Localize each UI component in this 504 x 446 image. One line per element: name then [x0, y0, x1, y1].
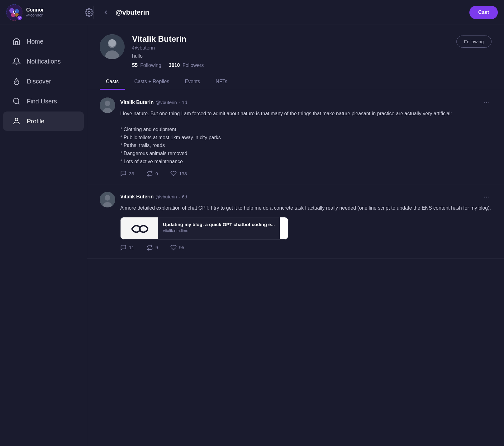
- svg-point-9: [15, 118, 18, 121]
- post-item: Vitalik Buterin @vbuterin · 1d ··· I lov…: [87, 90, 504, 184]
- post-body: Vitalik Buterin @vbuterin · 6d ··· A mor…: [120, 192, 492, 251]
- header-main: @vbuterin Cast: [93, 6, 498, 19]
- sidebar-item-home[interactable]: Home: [3, 32, 84, 51]
- user-icon: [12, 117, 21, 125]
- followers-label: Followers: [183, 63, 204, 68]
- follow-button[interactable]: Following: [456, 36, 492, 48]
- link-preview[interactable]: Updating my blog: a quick GPT chatbot co…: [120, 217, 288, 240]
- settings-icon[interactable]: [85, 8, 93, 17]
- post-header: Vitalik Buterin @vbuterin · 6d ···: [120, 192, 492, 202]
- profile-user-handle: @vbuterin: [132, 45, 449, 51]
- profile-header: Vitalik Buterin @vbuterin hullo 55 Follo…: [87, 25, 504, 90]
- svg-point-18: [105, 195, 110, 201]
- post-more-button[interactable]: ···: [481, 97, 492, 107]
- profile-details: Vitalik Buterin @vbuterin hullo 55 Follo…: [132, 34, 449, 68]
- post-author-handle: @vbuterin: [155, 100, 177, 105]
- post-more-button[interactable]: ···: [481, 192, 492, 202]
- post-actions: 33 9: [120, 170, 492, 177]
- sidebar-label-profile: Profile: [27, 118, 45, 125]
- recast-icon: [147, 244, 153, 251]
- current-user-info: Connor @connor: [26, 7, 44, 17]
- sidebar-item-notifications[interactable]: Notifications: [3, 52, 84, 71]
- post-meta: Vitalik Buterin @vbuterin · 6d: [120, 194, 187, 200]
- profile-stats: 55 Following 3010 Followers: [132, 63, 449, 68]
- verified-badge: [17, 15, 22, 21]
- profile-name: Vitalik Buterin: [132, 34, 449, 44]
- page-title: @vbuterin: [116, 8, 469, 17]
- reply-icon: [120, 244, 126, 251]
- post-text: I love nature. But one thing I am forced…: [120, 110, 492, 165]
- cast-button[interactable]: Cast: [469, 6, 498, 19]
- like-count: 95: [179, 245, 184, 250]
- reply-action[interactable]: 33: [120, 170, 134, 177]
- post-item: Vitalik Buterin @vbuterin · 6d ··· A mor…: [87, 184, 504, 259]
- following-stat: 55 Following: [132, 63, 161, 68]
- following-count: 55: [132, 63, 138, 68]
- recast-icon: [147, 170, 153, 177]
- sidebar-item-find-users[interactable]: Find Users: [3, 92, 84, 111]
- svg-point-13: [108, 39, 116, 47]
- post-body: Vitalik Buterin @vbuterin · 1d ··· I lov…: [120, 97, 492, 177]
- profile-bio: hullo: [132, 53, 449, 59]
- back-button[interactable]: [100, 7, 112, 18]
- post-dot-separator: ·: [179, 194, 180, 199]
- recast-count: 9: [155, 245, 158, 250]
- heart-icon: [170, 170, 177, 177]
- search-icon: [12, 97, 21, 105]
- sidebar-label-notifications: Notifications: [27, 58, 61, 65]
- svg-point-15: [105, 101, 110, 106]
- post-author-handle: @vbuterin: [155, 194, 177, 199]
- recast-action[interactable]: 9: [147, 170, 158, 177]
- profile-avatar: [100, 34, 125, 59]
- post-text: A more detailed exploration of chat GPT:…: [120, 204, 492, 212]
- like-action[interactable]: 138: [170, 170, 187, 177]
- profile-info-row: Vitalik Buterin @vbuterin hullo 55 Follo…: [100, 34, 492, 68]
- sidebar-label-find-users: Find Users: [27, 98, 57, 105]
- sidebar-label-home: Home: [27, 38, 43, 45]
- current-user-avatar-container: C: [6, 4, 22, 21]
- post-dot-separator: ·: [179, 100, 180, 105]
- main-layout: Home Notifications Discover: [0, 25, 504, 446]
- content-area: Vitalik Buterin @vbuterin hullo 55 Follo…: [87, 25, 504, 446]
- post-author-avatar: [100, 192, 115, 207]
- sidebar-label-discover: Discover: [27, 78, 51, 85]
- tab-casts-replies[interactable]: Casts + Replies: [128, 74, 176, 90]
- post-author-avatar: [100, 97, 115, 113]
- followers-count: 3010: [169, 63, 180, 68]
- reply-action[interactable]: 11: [120, 244, 134, 251]
- post-author-name: Vitalik Buterin: [120, 100, 154, 105]
- reply-count: 11: [129, 245, 134, 250]
- link-preview-title: Updating my blog: a quick GPT chatbot co…: [163, 222, 275, 227]
- tab-events[interactable]: Events: [178, 74, 206, 90]
- tab-nfts[interactable]: NFTs: [209, 74, 233, 90]
- link-preview-content: Updating my blog: a quick GPT chatbot co…: [158, 217, 280, 239]
- followers-stat: 3010 Followers: [169, 63, 204, 68]
- sidebar-item-profile[interactable]: Profile: [3, 112, 84, 131]
- sidebar-item-discover[interactable]: Discover: [3, 72, 84, 91]
- following-label: Following: [140, 63, 161, 68]
- flame-icon: [12, 77, 21, 85]
- post-timestamp: 1d: [182, 100, 187, 105]
- svg-point-6: [88, 11, 90, 13]
- current-user-name: Connor: [26, 7, 44, 13]
- reply-count: 33: [129, 171, 134, 176]
- recast-action[interactable]: 9: [147, 244, 158, 251]
- post-author-name: Vitalik Buterin: [120, 194, 154, 200]
- link-preview-image: [121, 217, 158, 239]
- svg-point-7: [13, 98, 19, 103]
- app-header: C Connor @connor @vbuterin Cast: [0, 0, 504, 25]
- bell-icon: [12, 57, 21, 65]
- heart-icon: [170, 244, 177, 251]
- tab-casts[interactable]: Casts: [100, 74, 125, 90]
- sidebar: Home Notifications Discover: [0, 25, 87, 446]
- like-action[interactable]: 95: [170, 244, 184, 251]
- link-preview-url: vitalik.eth.limo: [163, 228, 275, 233]
- current-user-handle: @connor: [26, 13, 44, 17]
- like-count: 138: [179, 171, 187, 176]
- post-meta: Vitalik Buterin @vbuterin · 1d: [120, 100, 187, 105]
- post-actions: 11 9: [120, 244, 492, 251]
- post-timestamp: 6d: [182, 194, 187, 199]
- home-icon: [12, 37, 21, 45]
- recast-count: 9: [155, 171, 158, 176]
- header-left: C Connor @connor: [6, 4, 93, 21]
